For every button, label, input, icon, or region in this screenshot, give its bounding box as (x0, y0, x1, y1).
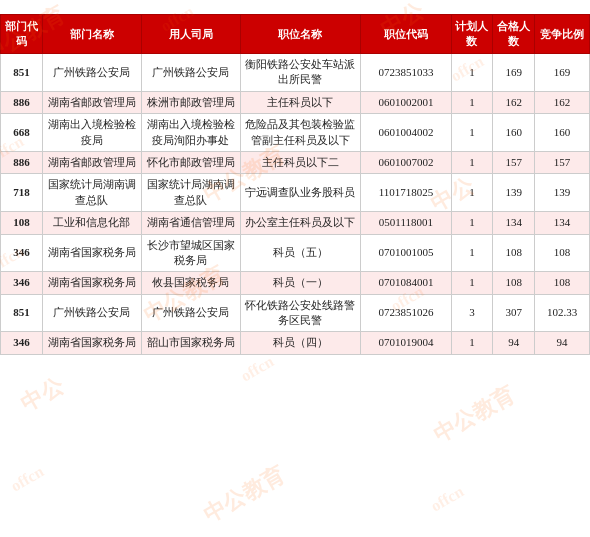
cell-4-1: 国家统计局湖南调查总队 (42, 174, 141, 212)
cell-2-4: 0601004002 (361, 114, 451, 152)
cell-8-6: 307 (493, 294, 535, 332)
col-header-3: 职位名称 (240, 15, 361, 54)
cell-3-6: 157 (493, 151, 535, 173)
cell-5-1: 工业和信息化部 (42, 212, 141, 234)
cell-5-4: 0501118001 (361, 212, 451, 234)
cell-0-4: 0723851033 (361, 54, 451, 92)
cell-6-3: 科员（五） (240, 234, 361, 272)
table-row: 346湖南省国家税务局攸县国家税务局科员（一）07010840011108108 (1, 272, 590, 294)
cell-6-4: 0701001005 (361, 234, 451, 272)
cell-4-4: 1101718025 (361, 174, 451, 212)
cell-0-5: 1 (451, 54, 493, 92)
cell-3-2: 怀化市邮政管理局 (141, 151, 240, 173)
cell-1-0: 886 (1, 91, 43, 113)
cell-0-1: 广州铁路公安局 (42, 54, 141, 92)
col-header-6: 合格人数 (493, 15, 535, 54)
table-row: 668湖南出入境检验检疫局湖南出入境检验检疫局洵阳办事处危险品及其包装检验监管副… (1, 114, 590, 152)
cell-9-6: 94 (493, 332, 535, 354)
cell-0-6: 169 (493, 54, 535, 92)
cell-8-4: 0723851026 (361, 294, 451, 332)
cell-6-7: 108 (535, 234, 590, 272)
table-row: 718国家统计局湖南调查总队国家统计局湖南调查总队宁远调查队业务股科员11017… (1, 174, 590, 212)
cell-1-2: 株洲市邮政管理局 (141, 91, 240, 113)
cell-3-5: 1 (451, 151, 493, 173)
page-title (0, 0, 590, 14)
cell-9-0: 346 (1, 332, 43, 354)
cell-9-4: 0701019004 (361, 332, 451, 354)
cell-5-7: 134 (535, 212, 590, 234)
cell-1-4: 0601002001 (361, 91, 451, 113)
cell-6-5: 1 (451, 234, 493, 272)
col-header-7: 竞争比例 (535, 15, 590, 54)
cell-6-1: 湖南省国家税务局 (42, 234, 141, 272)
cell-4-7: 139 (535, 174, 590, 212)
cell-7-4: 0701084001 (361, 272, 451, 294)
cell-2-5: 1 (451, 114, 493, 152)
cell-6-0: 346 (1, 234, 43, 272)
cell-8-7: 102.33 (535, 294, 590, 332)
col-header-2: 用人司局 (141, 15, 240, 54)
cell-7-1: 湖南省国家税务局 (42, 272, 141, 294)
cell-7-5: 1 (451, 272, 493, 294)
cell-5-2: 湖南省通信管理局 (141, 212, 240, 234)
table-row: 108工业和信息化部湖南省通信管理局办公室主任科员及以下050111800111… (1, 212, 590, 234)
cell-1-1: 湖南省邮政管理局 (42, 91, 141, 113)
table-row: 346湖南省国家税务局韶山市国家税务局科员（四）070101900419494 (1, 332, 590, 354)
cell-4-2: 国家统计局湖南调查总队 (141, 174, 240, 212)
col-header-0: 部门代码 (1, 15, 43, 54)
cell-5-5: 1 (451, 212, 493, 234)
cell-0-2: 广州铁路公安局 (141, 54, 240, 92)
table-row: 851广州铁路公安局广州铁路公安局怀化铁路公安处线路警务区民警072385102… (1, 294, 590, 332)
table-body: 851广州铁路公安局广州铁路公安局衡阳铁路公安处车站派出所民警072385103… (1, 54, 590, 355)
cell-3-4: 0601007002 (361, 151, 451, 173)
cell-4-6: 139 (493, 174, 535, 212)
cell-2-2: 湖南出入境检验检疫局洵阳办事处 (141, 114, 240, 152)
cell-3-1: 湖南省邮政管理局 (42, 151, 141, 173)
cell-7-0: 346 (1, 272, 43, 294)
cell-7-3: 科员（一） (240, 272, 361, 294)
cell-0-0: 851 (1, 54, 43, 92)
cell-5-6: 134 (493, 212, 535, 234)
cell-0-7: 169 (535, 54, 590, 92)
cell-7-6: 108 (493, 272, 535, 294)
cell-8-5: 3 (451, 294, 493, 332)
cell-9-5: 1 (451, 332, 493, 354)
table-header: 部门代码部门名称用人司局职位名称职位代码计划人数合格人数竞争比例 (1, 15, 590, 54)
cell-4-5: 1 (451, 174, 493, 212)
cell-9-3: 科员（四） (240, 332, 361, 354)
table-row: 851广州铁路公安局广州铁路公安局衡阳铁路公安处车站派出所民警072385103… (1, 54, 590, 92)
cell-9-2: 韶山市国家税务局 (141, 332, 240, 354)
cell-9-1: 湖南省国家税务局 (42, 332, 141, 354)
cell-9-7: 94 (535, 332, 590, 354)
cell-2-0: 668 (1, 114, 43, 152)
table-row: 886湖南省邮政管理局株洲市邮政管理局主任科员以下060100200111621… (1, 91, 590, 113)
cell-2-3: 危险品及其包装检验监管副主任科员及以下 (240, 114, 361, 152)
cell-5-3: 办公室主任科员及以下 (240, 212, 361, 234)
col-header-1: 部门名称 (42, 15, 141, 54)
cell-4-0: 718 (1, 174, 43, 212)
cell-3-7: 157 (535, 151, 590, 173)
cell-8-3: 怀化铁路公安处线路警务区民警 (240, 294, 361, 332)
col-header-4: 职位代码 (361, 15, 451, 54)
cell-1-5: 1 (451, 91, 493, 113)
cell-1-7: 162 (535, 91, 590, 113)
cell-1-3: 主任科员以下 (240, 91, 361, 113)
cell-8-2: 广州铁路公安局 (141, 294, 240, 332)
col-header-5: 计划人数 (451, 15, 493, 54)
cell-3-0: 886 (1, 151, 43, 173)
cell-1-6: 162 (493, 91, 535, 113)
main-table: 部门代码部门名称用人司局职位名称职位代码计划人数合格人数竞争比例 851广州铁路… (0, 14, 590, 355)
cell-0-3: 衡阳铁路公安处车站派出所民警 (240, 54, 361, 92)
cell-8-1: 广州铁路公安局 (42, 294, 141, 332)
cell-6-2: 长沙市望城区国家税务局 (141, 234, 240, 272)
cell-3-3: 主任科员以下二 (240, 151, 361, 173)
cell-5-0: 108 (1, 212, 43, 234)
cell-4-3: 宁远调查队业务股科员 (240, 174, 361, 212)
cell-7-2: 攸县国家税务局 (141, 272, 240, 294)
table-row: 346湖南省国家税务局长沙市望城区国家税务局科员（五）0701001005110… (1, 234, 590, 272)
cell-2-6: 160 (493, 114, 535, 152)
table-row: 886湖南省邮政管理局怀化市邮政管理局主任科员以下二06010070021157… (1, 151, 590, 173)
cell-2-1: 湖南出入境检验检疫局 (42, 114, 141, 152)
cell-8-0: 851 (1, 294, 43, 332)
cell-6-6: 108 (493, 234, 535, 272)
